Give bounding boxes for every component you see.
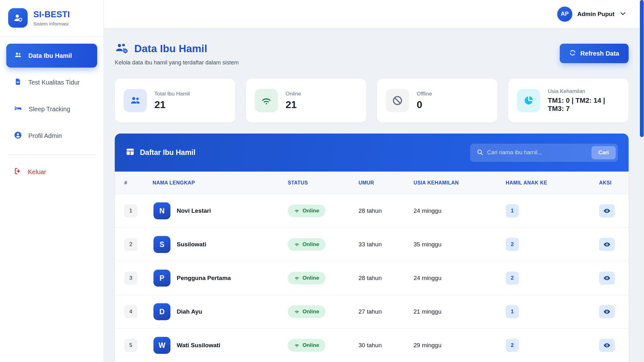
- status-badge: Online: [288, 272, 325, 284]
- vertical-scrollbar[interactable]: [640, 0, 644, 362]
- sidebar-item-sleep-tracking[interactable]: Sleep Tracking: [6, 97, 97, 121]
- eye-icon: [603, 342, 611, 349]
- status-cell: Online: [288, 272, 358, 284]
- wifi-icon: [294, 208, 300, 214]
- sidebar-item-test-kualitas-tidur[interactable]: Test Kualitas Tidur: [6, 70, 97, 94]
- user-menu[interactable]: AP Admin Puput: [557, 7, 626, 22]
- row-avatar: D: [153, 303, 170, 320]
- pie-chart-icon: [517, 89, 540, 112]
- umur-cell: 28 tahun: [358, 275, 414, 282]
- anak-ke-cell: 2: [503, 272, 586, 285]
- search-button[interactable]: Cari: [591, 146, 616, 159]
- wifi-icon: [255, 89, 278, 112]
- name-cell: D Diah Ayu: [153, 303, 288, 320]
- usia-kehamilan-cell: 21 minggu: [414, 308, 503, 315]
- wifi-icon: [294, 309, 300, 315]
- view-detail-button[interactable]: [599, 339, 615, 352]
- page-title: Data Ibu Hamil: [134, 43, 207, 55]
- column-header-nama: NAMA LENGKAP: [153, 180, 288, 186]
- stat-value: TM1: 0 | TM2: 14 | TM3: 7: [548, 96, 620, 113]
- search-icon: [476, 149, 483, 157]
- table-title: Daftar Ibu Hamil: [140, 148, 195, 157]
- table-header-bar: Daftar Ibu Hamil Cari: [115, 134, 629, 172]
- status-cell: Online: [288, 238, 358, 251]
- table-row: 3 P Pengguna Pertama Online 28 tahun 24 …: [115, 261, 629, 295]
- sidebar-item-label: Sleep Tracking: [29, 106, 70, 113]
- column-header-aksi: AKSI: [586, 180, 629, 186]
- umur-cell: 28 tahun: [358, 207, 414, 214]
- view-detail-button[interactable]: [599, 204, 615, 217]
- table-row: 5 W Wati Susilowati Online 30 tahun 29 m…: [115, 329, 629, 362]
- usia-kehamilan-cell: 35 minggu: [414, 241, 503, 248]
- row-number-cell: 5: [115, 339, 153, 352]
- status-cell: Online: [288, 305, 358, 318]
- eye-icon: [603, 207, 611, 215]
- users-icon: [124, 89, 147, 112]
- stat-label: Offline: [417, 91, 432, 97]
- anak-ke-cell: 1: [503, 204, 586, 217]
- refresh-icon: [569, 49, 576, 58]
- anak-ke-badge: 1: [506, 204, 519, 217]
- avatar: AP: [557, 7, 572, 22]
- row-name: Wati Susilowati: [177, 342, 220, 349]
- users-gear-icon: [115, 42, 129, 56]
- bed-icon: [14, 104, 22, 114]
- row-number-badge: 1: [124, 204, 137, 217]
- table-icon: [125, 147, 135, 158]
- table-card: Daftar Ibu Hamil Cari # NAMA LENGKAP STA…: [115, 134, 629, 362]
- stat-card-usia-kehamilan: Usia Kehamilan TM1: 0 | TM2: 14 | TM3: 7: [508, 79, 629, 123]
- nav-divider: [8, 155, 96, 155]
- refresh-label: Refresh Data: [580, 50, 619, 57]
- row-name: Susilowati: [177, 241, 206, 248]
- wifi-icon: [294, 343, 300, 348]
- table-body: 1 N Novi Lestari Online 28 tahun 24 ming…: [115, 194, 629, 362]
- row-number-badge: 3: [124, 272, 137, 285]
- search-bar: Cari: [470, 144, 618, 162]
- view-detail-button[interactable]: [599, 272, 615, 285]
- eye-icon: [603, 241, 611, 248]
- eye-icon: [603, 308, 611, 315]
- usia-kehamilan-cell: 24 minggu: [414, 207, 503, 214]
- wifi-icon: [294, 242, 300, 247]
- sidebar-item-keluar[interactable]: Keluar: [6, 162, 97, 182]
- sidebar-item-data-ibu-hamil[interactable]: Data Ibu Hamil: [6, 44, 97, 68]
- umur-cell: 30 tahun: [358, 342, 414, 349]
- row-number-cell: 2: [115, 238, 153, 251]
- chevron-down-icon: [619, 10, 626, 18]
- sidebar-item-profil-admin[interactable]: Profil Admin: [6, 124, 97, 148]
- usia-kehamilan-cell: 29 minggu: [414, 342, 503, 349]
- table-title-group: Daftar Ibu Hamil: [125, 147, 195, 158]
- clipboard-pulse-icon: [14, 78, 22, 87]
- row-name: Diah Ayu: [177, 308, 202, 315]
- stat-value: 21: [286, 99, 301, 111]
- sidebar-item-label: Keluar: [28, 168, 46, 176]
- name-cell: S Susilowati: [153, 236, 288, 253]
- user-circle-icon: [14, 131, 22, 141]
- topbar: AP Admin Puput: [104, 0, 644, 28]
- status-label: Online: [303, 309, 319, 315]
- view-detail-button[interactable]: [599, 238, 615, 251]
- refresh-data-button[interactable]: Refresh Data: [560, 44, 629, 63]
- sidebar-nav: Data Ibu Hamil Test Kualitas Tidur: [0, 37, 103, 182]
- ban-icon: [386, 89, 409, 112]
- status-badge: Online: [288, 238, 325, 251]
- status-label: Online: [303, 275, 319, 281]
- row-number-cell: 4: [115, 305, 153, 318]
- stat-value: 21: [154, 99, 190, 111]
- page-head: Data Ibu Hamil Kelola data ibu hamil yan…: [115, 42, 629, 66]
- wifi-icon: [294, 275, 300, 281]
- row-number-badge: 4: [124, 305, 137, 318]
- scrollbar-thumb[interactable]: [640, 0, 644, 137]
- table-row: 1 N Novi Lestari Online 28 tahun 24 ming…: [115, 194, 629, 228]
- anak-ke-badge: 2: [506, 238, 519, 251]
- row-number-badge: 5: [124, 339, 137, 352]
- stat-card-total: Total Ibu Hamil 21: [115, 79, 235, 123]
- main-content: Data Ibu Hamil Kelola data ibu hamil yan…: [104, 28, 640, 362]
- name-cell: N Novi Lestari: [153, 202, 288, 219]
- aksi-cell: [586, 272, 629, 285]
- search-input[interactable]: [487, 149, 591, 156]
- brand: SI-BESTI Sistem Informasi: [0, 0, 103, 35]
- stat-card-offline: Offline 0: [377, 79, 497, 123]
- aksi-cell: [586, 204, 629, 217]
- view-detail-button[interactable]: [599, 305, 615, 318]
